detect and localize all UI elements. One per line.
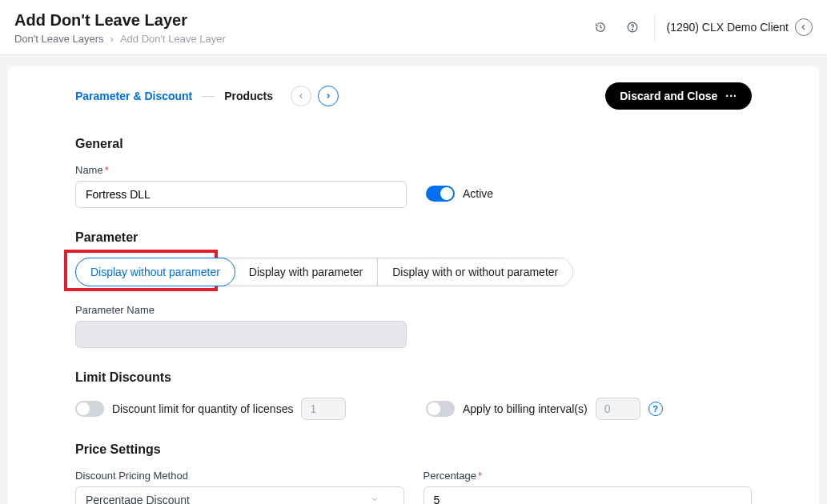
- license-limit-label: Discount limit for quantity of licenses: [112, 402, 293, 415]
- page-title: Add Don't Leave Layer: [14, 11, 226, 30]
- price-settings-heading: Price Settings: [75, 442, 752, 457]
- active-label: Active: [463, 187, 493, 200]
- history-icon[interactable]: [590, 17, 611, 38]
- parameter-heading: Parameter: [75, 230, 752, 245]
- pricing-method-select[interactable]: Percentage Discount: [75, 486, 404, 504]
- step-connector: [202, 96, 215, 97]
- general-heading: General: [75, 137, 752, 151]
- interval-limit-label: Apply to billing interval(s): [463, 402, 588, 415]
- chevron-down-icon: [370, 494, 379, 504]
- breadcrumb-current: Add Don't Leave Layer: [120, 33, 226, 45]
- percentage-input[interactable]: [424, 486, 753, 504]
- discard-label: Discard and Close: [620, 90, 717, 102]
- step-prev-button[interactable]: [291, 86, 311, 106]
- param-name-input: [75, 321, 407, 348]
- step-products[interactable]: Products: [224, 90, 273, 102]
- active-toggle[interactable]: [426, 186, 455, 202]
- chevron-right-icon: ›: [110, 33, 114, 45]
- help-icon[interactable]: [622, 17, 643, 38]
- name-input[interactable]: [75, 181, 407, 208]
- interval-limit-toggle[interactable]: [426, 401, 455, 417]
- svg-point-1: [632, 29, 633, 30]
- more-icon: ···: [725, 90, 737, 102]
- form-card: Parameter & Discount Products Discard an…: [8, 66, 819, 504]
- breadcrumb-root[interactable]: Don't Leave Layers: [14, 33, 104, 45]
- seg-display-without[interactable]: Display without parameter: [75, 258, 235, 286]
- step-parameter-discount[interactable]: Parameter & Discount: [75, 90, 192, 102]
- back-arrow-icon[interactable]: [795, 18, 813, 36]
- param-name-label: Parameter Name: [75, 304, 407, 316]
- page-header: Add Don't Leave Layer Don't Leave Layers…: [0, 0, 827, 55]
- divider: [654, 14, 655, 40]
- name-label: Name*: [75, 164, 407, 176]
- method-label: Discount Pricing Method: [75, 470, 404, 482]
- license-limit-input: [301, 398, 346, 420]
- breadcrumb: Don't Leave Layers › Add Don't Leave Lay…: [14, 33, 226, 45]
- client-selector[interactable]: (1290) CLX Demo Client: [666, 18, 813, 36]
- discard-close-button[interactable]: Discard and Close ···: [605, 82, 752, 110]
- interval-help-icon[interactable]: ?: [648, 402, 663, 416]
- limit-discounts-heading: Limit Discounts: [75, 370, 752, 385]
- pricing-method-value: Percentage Discount: [86, 494, 190, 504]
- client-label: (1290) CLX Demo Client: [666, 21, 789, 34]
- parameter-segmented-control: Display without parameter Display with p…: [75, 258, 573, 286]
- interval-limit-input: [596, 398, 640, 420]
- percentage-label: Percentage*: [424, 470, 753, 482]
- seg-display-with-or-without[interactable]: Display with or without parameter: [378, 258, 572, 286]
- step-next-button[interactable]: [318, 86, 339, 106]
- seg-display-with[interactable]: Display with parameter: [235, 258, 378, 286]
- license-limit-toggle[interactable]: [75, 401, 104, 417]
